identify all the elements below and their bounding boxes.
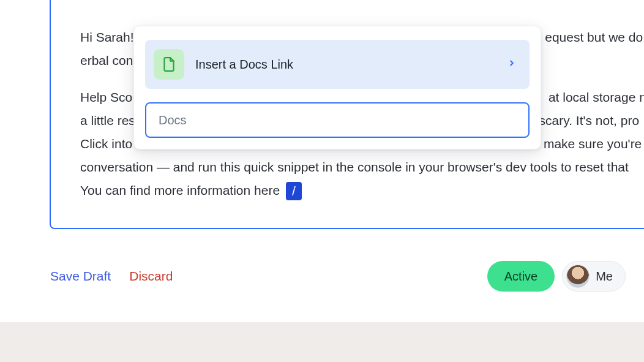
- text-fragment: You can find more information here: [80, 183, 280, 197]
- text-fragment: at local storage n: [549, 90, 644, 104]
- status-active-pill[interactable]: Active: [487, 261, 555, 292]
- text-fragment: scary. It's not, pro: [539, 113, 640, 127]
- text-fragment: Help Sco: [80, 90, 132, 104]
- save-draft-button[interactable]: Save Draft: [50, 269, 111, 284]
- text-fragment: Click into: [80, 137, 132, 151]
- assignee-me-pill[interactable]: Me: [562, 261, 626, 292]
- text-fragment: equest but we do: [545, 30, 643, 44]
- text-fragment: conversation — and run this quick snippe…: [80, 156, 644, 179]
- discard-button[interactable]: Discard: [129, 269, 173, 284]
- docs-search-input[interactable]: [145, 102, 530, 138]
- app-surface: Hi Sarah! equest but we do erbal con Hel…: [0, 0, 644, 322]
- text-fragment: make sure you're: [544, 137, 642, 151]
- avatar: [566, 265, 590, 288]
- chevron-right-icon: [507, 59, 516, 70]
- assignee-label: Me: [596, 270, 613, 284]
- docs-icon: [154, 49, 184, 80]
- insert-docs-link-option[interactable]: Insert a Docs Link: [145, 40, 530, 89]
- slash-command-trigger[interactable]: /: [286, 182, 302, 200]
- compose-action-bar: Save Draft Discard Active Me: [0, 249, 644, 304]
- text-fragment: a little res: [80, 113, 135, 127]
- text-fragment: Hi Sarah!: [80, 30, 134, 44]
- option-label: Insert a Docs Link: [195, 58, 507, 72]
- slash-command-popover: Insert a Docs Link: [133, 26, 541, 149]
